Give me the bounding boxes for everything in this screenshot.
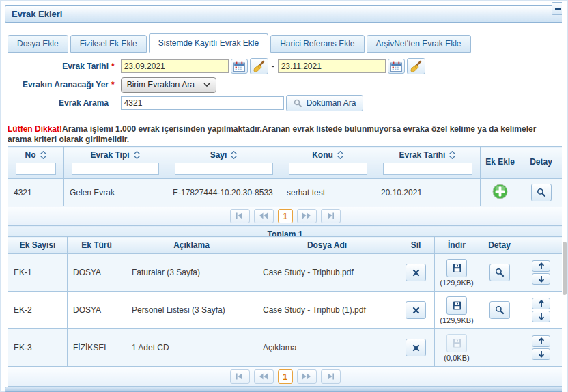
sort-icon xyxy=(337,151,344,159)
attachment-type: FİZİKSEL xyxy=(68,329,126,367)
download-attachment-button[interactable] xyxy=(446,259,467,277)
search-icon xyxy=(294,99,302,108)
attachment-detail-button[interactable] xyxy=(489,264,510,281)
move-down-button[interactable] xyxy=(532,348,550,360)
attachment-file: Açıklama xyxy=(257,329,397,367)
filter-evrak-tipi-input[interactable] xyxy=(72,163,159,175)
pager-prev-icon xyxy=(259,373,268,380)
result-detail-button[interactable] xyxy=(531,184,552,201)
add-attachment-button[interactable] xyxy=(492,184,508,199)
floppy-disk-icon xyxy=(453,301,462,310)
x-icon xyxy=(412,307,420,314)
attachment-size-label: (129,9KB) xyxy=(436,279,477,287)
search-location-select[interactable]: Birim Evrakları Ara xyxy=(121,77,216,93)
pagination-first-button[interactable] xyxy=(230,209,250,223)
header-ek-sayisi: Ek Sayısı xyxy=(8,237,68,254)
pagination-last-button[interactable] xyxy=(321,369,341,384)
move-up-button[interactable] xyxy=(532,335,550,347)
result-evrak-tarihi: 20.10.2021 xyxy=(375,179,481,206)
results-table: No Evrak Tipi Sayı xyxy=(8,146,563,243)
tab-arsivnetten-evrak-ekle[interactable]: ArşivNet'ten Evrak Ekle xyxy=(367,35,471,53)
header-detay2: Detay xyxy=(479,237,520,254)
pagination-last-button[interactable] xyxy=(321,209,341,223)
attachment-no: EK-3 xyxy=(8,329,68,367)
delete-attachment-button[interactable] xyxy=(406,301,426,319)
results-pagination: 1 xyxy=(230,209,341,223)
tab-dosya-ekle[interactable]: Dosya Ekle xyxy=(8,35,68,53)
download-attachment-button[interactable] xyxy=(446,296,467,315)
tab-sistemde-kayitli-evrak-ekle[interactable]: Sistemde Kayıtlı Evrak Ekle xyxy=(149,33,268,53)
move-up-button[interactable] xyxy=(532,298,550,309)
calendar-icon xyxy=(233,61,245,72)
document-search-button[interactable]: Doküman Ara xyxy=(286,95,364,111)
attachment-desc: 1 Adet CD xyxy=(126,329,257,367)
result-konu: serhat test xyxy=(281,179,375,206)
tab-strip: Dosya Ekle Fiziksel Ek Ekle Sistemde Kay… xyxy=(8,34,562,53)
table-row: EK-3 FİZİKSEL 1 Adet CD Açıklama xyxy=(8,329,563,367)
pager-next-icon xyxy=(302,373,311,380)
date-to-clear-button[interactable] xyxy=(407,58,425,74)
date-from-clear-button[interactable] xyxy=(250,58,268,74)
arrow-up-icon xyxy=(538,337,545,345)
pager-first-icon xyxy=(235,212,244,219)
x-icon xyxy=(412,269,420,277)
pagination-prev-button[interactable] xyxy=(254,209,274,223)
warning-text: Arama işlemi 1.000 evrak içerisinden yap… xyxy=(8,124,536,144)
tab-harici-referans-ekle[interactable]: Harici Referans Ekle xyxy=(270,35,364,53)
pagination-next-button[interactable] xyxy=(297,209,317,223)
sort-header-konu[interactable]: Konu xyxy=(283,150,373,160)
divider xyxy=(6,117,563,117)
required-asterisk: * xyxy=(111,80,115,89)
pager-last-icon xyxy=(326,373,335,380)
table-row: EK-1 DOSYA Faturalar (3 Sayfa) Case Stud… xyxy=(8,254,563,292)
attachment-size-label: (0,0KB) xyxy=(436,354,477,362)
header-indir: İndir xyxy=(435,237,479,254)
scrollbar-track[interactable] xyxy=(562,1,567,392)
date-to-input[interactable] xyxy=(278,59,386,73)
pagination-first-button[interactable] xyxy=(230,369,250,384)
sort-header-evrak-tipi[interactable]: Evrak Tipi xyxy=(66,150,165,160)
filter-sayi-input[interactable] xyxy=(175,163,273,175)
attachment-type: DOSYA xyxy=(68,254,126,292)
pagination-current-page[interactable]: 1 xyxy=(278,369,293,384)
delete-attachment-button[interactable] xyxy=(406,264,426,281)
filter-no-input[interactable] xyxy=(16,163,56,175)
attachment-size-label: (129,9KB) xyxy=(436,316,477,324)
pagination-prev-button[interactable] xyxy=(254,369,274,384)
table-row: 4321 Gelen Evrak E-17827444-10.20.30-853… xyxy=(8,179,563,206)
sort-header-no[interactable]: No xyxy=(10,150,61,160)
chevron-down-icon xyxy=(203,83,210,87)
broom-icon xyxy=(253,60,266,73)
download-attachment-button-disabled xyxy=(446,334,467,352)
date-to-calendar-button[interactable] xyxy=(388,59,405,74)
date-range-separator: - xyxy=(272,61,274,71)
document-search-input[interactable] xyxy=(121,96,284,110)
sort-header-sayi[interactable]: Sayı xyxy=(169,150,279,160)
header-ek-ekle: Ek Ekle xyxy=(481,147,520,179)
plus-icon xyxy=(492,184,508,199)
attachments-header-row: Ek Sayısı Ek Türü Açıklama Dosya Adı Sil… xyxy=(8,237,563,254)
attachment-detail-button[interactable] xyxy=(489,301,510,319)
attachments-pagination: 1 xyxy=(230,369,341,384)
search-location-label: Evrakın Aranacağı Yer xyxy=(1,80,109,89)
pagination-current-page[interactable]: 1 xyxy=(278,209,293,223)
document-search-button-label: Doküman Ara xyxy=(307,98,356,108)
pagination-next-button[interactable] xyxy=(297,369,317,384)
floppy-disk-icon xyxy=(453,339,462,348)
panel-titlebar: Evrak Ekleri xyxy=(5,5,565,23)
filter-evrak-tarihi-input[interactable] xyxy=(383,163,472,175)
pager-prev-icon xyxy=(259,212,268,219)
tab-fiziksel-ek-ekle[interactable]: Fiziksel Ek Ekle xyxy=(70,35,147,53)
sort-header-evrak-tarihi[interactable]: Evrak Tarihi xyxy=(378,150,478,160)
move-down-button[interactable] xyxy=(532,273,550,285)
move-up-button[interactable] xyxy=(532,260,550,272)
date-from-input[interactable] xyxy=(121,59,229,73)
move-down-button[interactable] xyxy=(532,311,550,322)
scrollbar-thumb[interactable] xyxy=(563,242,567,295)
attachment-detail-empty-cell xyxy=(479,329,520,367)
delete-attachment-button[interactable] xyxy=(406,339,426,356)
header-sil: Sil xyxy=(397,237,435,254)
date-from-calendar-button[interactable] xyxy=(231,59,248,74)
attachment-desc: Faturalar (3 Sayfa) xyxy=(126,254,257,292)
filter-konu-input[interactable] xyxy=(289,163,367,175)
